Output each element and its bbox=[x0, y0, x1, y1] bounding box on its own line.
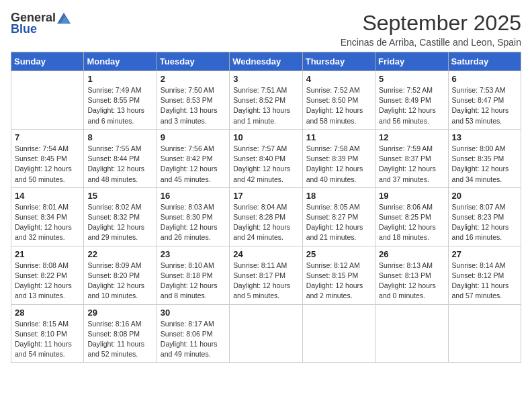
day-detail: Sunrise: 7:53 AMSunset: 8:47 PMDaylight:… bbox=[452, 85, 517, 126]
calendar-cell bbox=[448, 304, 521, 363]
day-number: 29 bbox=[87, 308, 152, 318]
day-detail: Sunrise: 8:11 AMSunset: 8:17 PMDaylight:… bbox=[233, 261, 298, 302]
calendar-cell: 11Sunrise: 7:58 AMSunset: 8:39 PMDayligh… bbox=[302, 129, 375, 187]
calendar-cell bbox=[230, 304, 302, 363]
day-number: 12 bbox=[379, 132, 444, 142]
calendar-cell: 9Sunrise: 7:56 AMSunset: 8:42 PMDaylight… bbox=[157, 129, 229, 187]
calendar-day-header: Monday bbox=[84, 52, 157, 71]
calendar-cell: 20Sunrise: 8:07 AMSunset: 8:23 PMDayligh… bbox=[448, 187, 521, 246]
day-detail: Sunrise: 7:52 AMSunset: 8:50 PMDaylight:… bbox=[306, 85, 371, 126]
calendar-cell: 1Sunrise: 7:49 AMSunset: 8:55 PMDaylight… bbox=[84, 71, 157, 130]
day-detail: Sunrise: 7:51 AMSunset: 8:52 PMDaylight:… bbox=[233, 85, 298, 126]
calendar-cell: 27Sunrise: 8:14 AMSunset: 8:12 PMDayligh… bbox=[448, 246, 521, 304]
calendar-table: SundayMondayTuesdayWednesdayThursdayFrid… bbox=[11, 52, 521, 363]
calendar-cell: 25Sunrise: 8:12 AMSunset: 8:15 PMDayligh… bbox=[302, 246, 375, 304]
day-detail: Sunrise: 8:10 AMSunset: 8:18 PMDaylight:… bbox=[161, 261, 226, 302]
day-number: 16 bbox=[161, 191, 226, 201]
day-detail: Sunrise: 8:14 AMSunset: 8:12 PMDaylight:… bbox=[452, 261, 517, 302]
day-detail: Sunrise: 8:05 AMSunset: 8:27 PMDaylight:… bbox=[306, 202, 371, 243]
day-number: 21 bbox=[15, 249, 80, 259]
logo-icon bbox=[57, 11, 71, 25]
title-block: September 2025 Encinas de Arriba, Castil… bbox=[341, 11, 521, 48]
day-number: 1 bbox=[87, 74, 152, 84]
day-detail: Sunrise: 7:54 AMSunset: 8:45 PMDaylight:… bbox=[15, 144, 80, 185]
day-detail: Sunrise: 7:57 AMSunset: 8:40 PMDaylight:… bbox=[233, 144, 298, 185]
calendar-cell: 7Sunrise: 7:54 AMSunset: 8:45 PMDaylight… bbox=[11, 129, 84, 187]
day-number: 5 bbox=[379, 74, 444, 84]
page-title: September 2025 bbox=[341, 11, 521, 36]
calendar-cell: 6Sunrise: 7:53 AMSunset: 8:47 PMDaylight… bbox=[448, 71, 521, 130]
day-detail: Sunrise: 7:50 AMSunset: 8:53 PMDaylight:… bbox=[161, 85, 226, 126]
day-detail: Sunrise: 8:06 AMSunset: 8:25 PMDaylight:… bbox=[379, 202, 444, 243]
calendar-cell: 12Sunrise: 7:59 AMSunset: 8:37 PMDayligh… bbox=[375, 129, 448, 187]
day-detail: Sunrise: 7:56 AMSunset: 8:42 PMDaylight:… bbox=[161, 144, 226, 185]
day-number: 25 bbox=[306, 249, 371, 259]
day-number: 13 bbox=[452, 132, 517, 142]
calendar-cell: 18Sunrise: 8:05 AMSunset: 8:27 PMDayligh… bbox=[302, 187, 375, 246]
day-detail: Sunrise: 8:00 AMSunset: 8:35 PMDaylight:… bbox=[452, 144, 517, 185]
day-detail: Sunrise: 8:12 AMSunset: 8:15 PMDaylight:… bbox=[306, 261, 371, 302]
day-detail: Sunrise: 7:59 AMSunset: 8:37 PMDaylight:… bbox=[379, 144, 444, 185]
calendar-cell bbox=[302, 304, 375, 363]
calendar-cell: 22Sunrise: 8:09 AMSunset: 8:20 PMDayligh… bbox=[84, 246, 157, 304]
calendar-cell bbox=[375, 304, 448, 363]
calendar-week-row: 7Sunrise: 7:54 AMSunset: 8:45 PMDaylight… bbox=[11, 129, 521, 187]
day-number: 7 bbox=[15, 132, 80, 142]
day-number: 14 bbox=[15, 191, 80, 201]
day-number: 30 bbox=[161, 308, 226, 318]
calendar-cell: 14Sunrise: 8:01 AMSunset: 8:34 PMDayligh… bbox=[11, 187, 84, 246]
calendar-week-row: 28Sunrise: 8:15 AMSunset: 8:10 PMDayligh… bbox=[11, 304, 521, 363]
calendar-week-row: 14Sunrise: 8:01 AMSunset: 8:34 PMDayligh… bbox=[11, 187, 521, 246]
day-detail: Sunrise: 8:07 AMSunset: 8:23 PMDaylight:… bbox=[452, 202, 517, 243]
day-detail: Sunrise: 7:49 AMSunset: 8:55 PMDaylight:… bbox=[87, 85, 152, 126]
day-number: 3 bbox=[233, 74, 298, 84]
day-detail: Sunrise: 8:15 AMSunset: 8:10 PMDaylight:… bbox=[15, 319, 80, 360]
day-detail: Sunrise: 8:13 AMSunset: 8:13 PMDaylight:… bbox=[379, 261, 444, 302]
day-number: 2 bbox=[161, 74, 226, 84]
day-number: 18 bbox=[306, 191, 371, 201]
calendar-day-header: Tuesday bbox=[157, 52, 229, 71]
calendar-cell: 24Sunrise: 8:11 AMSunset: 8:17 PMDayligh… bbox=[230, 246, 302, 304]
calendar-cell: 29Sunrise: 8:16 AMSunset: 8:08 PMDayligh… bbox=[84, 304, 157, 363]
calendar-cell: 17Sunrise: 8:04 AMSunset: 8:28 PMDayligh… bbox=[230, 187, 302, 246]
calendar-cell: 21Sunrise: 8:08 AMSunset: 8:22 PMDayligh… bbox=[11, 246, 84, 304]
calendar-cell: 15Sunrise: 8:02 AMSunset: 8:32 PMDayligh… bbox=[84, 187, 157, 246]
day-number: 20 bbox=[452, 191, 517, 201]
calendar-week-row: 21Sunrise: 8:08 AMSunset: 8:22 PMDayligh… bbox=[11, 246, 521, 304]
day-number: 4 bbox=[306, 74, 371, 84]
calendar-day-header: Saturday bbox=[448, 52, 521, 71]
calendar-cell: 4Sunrise: 7:52 AMSunset: 8:50 PMDaylight… bbox=[302, 71, 375, 130]
day-detail: Sunrise: 7:58 AMSunset: 8:39 PMDaylight:… bbox=[306, 144, 371, 185]
day-number: 17 bbox=[233, 191, 298, 201]
calendar-cell: 28Sunrise: 8:15 AMSunset: 8:10 PMDayligh… bbox=[11, 304, 84, 363]
day-detail: Sunrise: 8:04 AMSunset: 8:28 PMDaylight:… bbox=[233, 202, 298, 243]
day-number: 28 bbox=[15, 308, 80, 318]
calendar-cell: 23Sunrise: 8:10 AMSunset: 8:18 PMDayligh… bbox=[157, 246, 229, 304]
day-number: 27 bbox=[452, 249, 517, 259]
calendar-cell bbox=[11, 71, 84, 130]
day-detail: Sunrise: 8:02 AMSunset: 8:32 PMDaylight:… bbox=[87, 202, 152, 243]
day-number: 22 bbox=[87, 249, 152, 259]
logo-blue: Blue bbox=[11, 22, 37, 36]
day-detail: Sunrise: 8:09 AMSunset: 8:20 PMDaylight:… bbox=[87, 261, 152, 302]
page-container: General Blue September 2025 Encinas de A… bbox=[11, 11, 521, 363]
calendar-cell: 8Sunrise: 7:55 AMSunset: 8:44 PMDaylight… bbox=[84, 129, 157, 187]
day-number: 19 bbox=[379, 191, 444, 201]
day-number: 11 bbox=[306, 132, 371, 142]
calendar-day-header: Friday bbox=[375, 52, 448, 71]
page-subtitle: Encinas de Arriba, Castille and Leon, Sp… bbox=[341, 37, 521, 48]
calendar-week-row: 1Sunrise: 7:49 AMSunset: 8:55 PMDaylight… bbox=[11, 71, 521, 130]
calendar-cell: 13Sunrise: 8:00 AMSunset: 8:35 PMDayligh… bbox=[448, 129, 521, 187]
day-number: 24 bbox=[233, 249, 298, 259]
day-detail: Sunrise: 7:52 AMSunset: 8:49 PMDaylight:… bbox=[379, 85, 444, 126]
day-detail: Sunrise: 8:08 AMSunset: 8:22 PMDaylight:… bbox=[15, 261, 80, 302]
header: General Blue September 2025 Encinas de A… bbox=[11, 11, 521, 48]
day-number: 8 bbox=[87, 132, 152, 142]
day-detail: Sunrise: 8:03 AMSunset: 8:30 PMDaylight:… bbox=[161, 202, 226, 243]
day-number: 10 bbox=[233, 132, 298, 142]
day-number: 26 bbox=[379, 249, 444, 259]
calendar-cell: 10Sunrise: 7:57 AMSunset: 8:40 PMDayligh… bbox=[230, 129, 302, 187]
day-number: 6 bbox=[452, 74, 517, 84]
logo: General Blue bbox=[11, 11, 71, 36]
calendar-header-row: SundayMondayTuesdayWednesdayThursdayFrid… bbox=[11, 52, 521, 71]
